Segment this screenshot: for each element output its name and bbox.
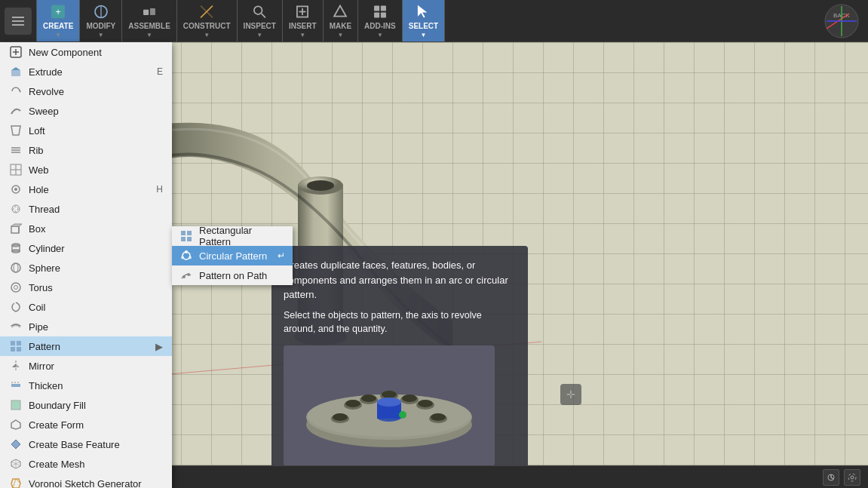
menu-item-box[interactable]: Box	[0, 219, 172, 238]
menu-item-extrude[interactable]: Extrude E	[0, 62, 172, 81]
submenu-item-rectangular-pattern[interactable]: Rectangular Pattern	[172, 226, 293, 246]
app-menu-button[interactable]	[5, 8, 32, 35]
pattern-on-path-icon	[179, 269, 193, 282]
menu-create[interactable]: + CREATE ▼	[37, 0, 80, 41]
menu-item-thicken[interactable]: Thicken	[0, 376, 172, 395]
coil-icon	[9, 300, 23, 314]
pattern-arrow: ▶	[155, 341, 163, 352]
rib-icon	[9, 143, 23, 157]
tooltip-preview	[284, 345, 495, 465]
svg-point-52	[399, 411, 406, 419]
menu-item-pipe[interactable]: Pipe	[0, 317, 172, 336]
submenu-item-circular-pattern[interactable]: Circular Pattern ↵	[172, 246, 293, 265]
menu-item-hole[interactable]: Hole H	[0, 180, 172, 199]
create-form-label: Create Form	[29, 419, 84, 431]
menu-add-ins[interactable]: ADD-INS ▼	[358, 0, 403, 41]
svg-point-106	[181, 256, 184, 259]
menu-item-mirror[interactable]: Mirror	[0, 356, 172, 376]
svg-point-44	[333, 413, 348, 421]
menu-select[interactable]: SELECT ▼	[403, 0, 445, 41]
menu-item-web[interactable]: Web	[0, 160, 172, 180]
menu-item-voronoi[interactable]: Voronoi Sketch Generator	[0, 474, 172, 488]
pattern-on-path-label: Pattern on Path	[199, 270, 267, 281]
svg-rect-83	[17, 347, 21, 351]
menu-item-create-mesh[interactable]: Create Mesh	[0, 454, 172, 474]
hole-shortcut: H	[156, 184, 163, 195]
menu-inspect[interactable]: INSPECT ▼	[238, 0, 283, 41]
menu-insert[interactable]: INSERT ▼	[283, 0, 324, 41]
circular-pattern-icon	[179, 249, 193, 262]
menu-construct[interactable]: CONSTRUCT ▼	[177, 0, 238, 41]
menu-item-pattern[interactable]: Pattern ▶	[0, 336, 172, 356]
menu-item-thread[interactable]: Thread	[0, 199, 172, 219]
svg-rect-89	[11, 401, 20, 410]
tooltip-title: Creates duplicate faces, features, bodie…	[284, 258, 516, 302]
menu-item-cylinder[interactable]: Cylinder	[0, 238, 172, 258]
svg-point-40	[431, 413, 446, 421]
insert-label: INSERT	[289, 22, 317, 30]
loft-label: Loft	[29, 125, 45, 137]
svg-line-12	[262, 14, 265, 17]
settings-icon[interactable]	[844, 469, 860, 486]
select-label: SELECT	[409, 22, 438, 30]
svg-text:+: +	[56, 7, 61, 17]
menu-item-loft[interactable]: Loft	[0, 121, 172, 140]
submenu-item-pattern-on-path[interactable]: Pattern on Path	[172, 265, 293, 285]
voronoi-icon	[9, 477, 23, 488]
hole-label: Hole	[29, 184, 49, 195]
menu-item-boundary-fill[interactable]: Boundary Fill	[0, 395, 172, 415]
pattern-icon	[9, 339, 23, 353]
gizmo-back[interactable]: BACK	[823, 2, 860, 40]
menu-item-create-form[interactable]: Create Form	[0, 415, 172, 434]
svg-point-38	[418, 400, 433, 407]
thicken-label: Thicken	[29, 380, 63, 391]
menu-item-torus[interactable]: Torus	[0, 278, 172, 297]
pattern-label: Pattern	[29, 341, 60, 352]
torus-label: Torus	[29, 282, 53, 293]
tooltip-popup: Creates duplicate faces, features, bodie…	[271, 246, 528, 465]
boundary-fill-label: Boundary Fill	[29, 400, 86, 411]
add-ins-label: ADD-INS	[364, 22, 396, 30]
torus-icon	[9, 281, 23, 294]
construct-label: CONSTRUCT	[183, 22, 231, 30]
svg-rect-7	[143, 10, 149, 15]
menu-item-rib[interactable]: Rib	[0, 140, 172, 160]
sphere-icon	[9, 261, 23, 275]
voronoi-label: Voronoi Sketch Generator	[29, 478, 142, 489]
menu-item-new-component[interactable]: New Component	[0, 42, 172, 62]
svg-rect-82	[11, 347, 15, 351]
svg-rect-2	[12, 24, 24, 26]
svg-marker-96	[11, 479, 20, 488]
svg-rect-87	[11, 384, 20, 387]
cylinder-label: Cylinder	[29, 243, 65, 254]
svg-marker-16	[334, 6, 346, 17]
toolbar: + CREATE ▼ MODIFY ▼ ASSEMBLE ▼ CONSTRUCT…	[0, 0, 868, 42]
create-menu: New Component Extrude E Revolve Sweep Lo…	[0, 42, 172, 488]
mirror-icon	[9, 359, 23, 373]
svg-marker-85	[12, 364, 16, 367]
svg-rect-100	[187, 231, 192, 235]
svg-line-118	[831, 477, 833, 479]
top-menubar: + CREATE ▼ MODIFY ▼ ASSEMBLE ▼ CONSTRUCT…	[37, 0, 445, 41]
menu-item-coil[interactable]: Coil	[0, 297, 172, 317]
menu-modify[interactable]: MODIFY ▼	[80, 0, 122, 41]
menu-item-revolve[interactable]: Revolve	[0, 81, 172, 101]
svg-point-36	[382, 391, 397, 398]
status-right-icon[interactable]	[823, 469, 839, 486]
svg-marker-91	[11, 440, 20, 449]
svg-rect-102	[187, 237, 192, 241]
create-base-feature-icon	[9, 437, 23, 451]
svg-line-97	[13, 479, 16, 488]
thread-label: Thread	[29, 204, 60, 215]
web-icon	[9, 163, 23, 176]
svg-point-104	[185, 250, 188, 253]
menu-assemble[interactable]: ASSEMBLE ▼	[122, 0, 177, 41]
pipe-label: Pipe	[29, 321, 48, 333]
menu-item-create-base-feature[interactable]: Create Base Feature	[0, 434, 172, 454]
svg-point-120	[848, 474, 856, 481]
menu-make[interactable]: MAKE ▼	[324, 0, 358, 41]
menu-item-sphere[interactable]: Sphere	[0, 258, 172, 278]
nav-arrow[interactable]: ✛	[560, 384, 581, 405]
menu-item-sweep[interactable]: Sweep	[0, 101, 172, 121]
svg-rect-81	[17, 341, 21, 345]
